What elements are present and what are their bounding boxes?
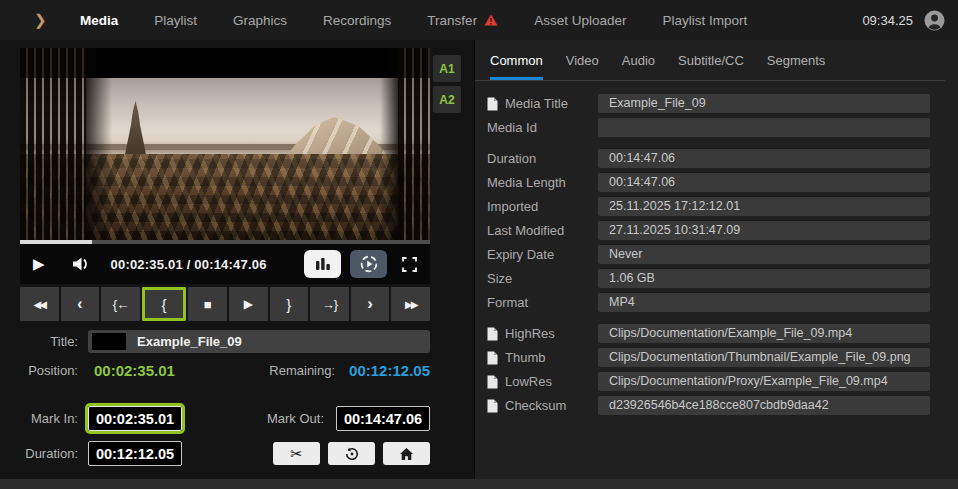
nav-item-label: Recordings (323, 13, 391, 28)
player-timecode: 00:02:35.01 / 00:14:47.06 (111, 257, 267, 272)
duration-field[interactable]: 00:12:12.05 (88, 441, 182, 466)
metadata-panel: CommonVideoAudioSubtitle/CCSegments Medi… (474, 40, 958, 479)
field-label-text: Last Modified (487, 223, 564, 238)
title-row: Title: Example_File_09 (8, 330, 430, 353)
nav-item-label: Playlist (154, 13, 197, 28)
clock: 09:34.25 (862, 13, 913, 28)
warning-icon (484, 14, 498, 26)
field-value-lowres[interactable]: Clips/Documentation/Proxy/Example_File_0… (598, 372, 930, 391)
field-row-media-title: Media TitleExample_File_09 (475, 94, 930, 113)
field-label: Size (475, 271, 598, 286)
field-value-media-id[interactable] (598, 118, 930, 137)
tab-segments[interactable]: Segments (767, 53, 826, 80)
nav-item-label: Graphics (233, 13, 287, 28)
document-icon (487, 375, 498, 389)
set-mark-in-button[interactable]: { (142, 287, 187, 321)
field-row-imported: Imported25.11.2025 17:12:12.01 (475, 197, 930, 216)
nav-item-playlist-import[interactable]: Playlist Import (662, 13, 747, 28)
top-nav: ❯ MediaPlaylistGraphicsRecordingsTransfe… (0, 0, 958, 40)
play-icon[interactable]: ▶ (33, 255, 45, 273)
main-menu: MediaPlaylistGraphicsRecordingsTransfer … (80, 13, 747, 28)
goto-mark-in-button[interactable]: {← (101, 287, 140, 321)
play-button[interactable]: ▶ (229, 287, 268, 321)
field-label-text: Thumb (505, 350, 545, 365)
volume-icon[interactable] (72, 256, 91, 272)
field-row-size: Size1.06 GB (475, 269, 930, 288)
audio-channel-buttons: A1A2 (433, 55, 461, 113)
scissors-icon: ✂ (290, 446, 303, 461)
fullscreen-icon[interactable] (402, 257, 417, 272)
field-label-text: Format (487, 295, 528, 310)
levels-icon (315, 257, 331, 271)
field-value-highres[interactable]: Clips/Documentation/Example_File_09.mp4 (598, 324, 930, 343)
user-icon[interactable] (923, 9, 946, 32)
home-icon (399, 447, 414, 461)
field-label: HighRes (475, 326, 598, 341)
field-label-text: Media Id (487, 120, 537, 135)
field-value-duration[interactable]: 00:14:47.06 (598, 149, 930, 168)
field-label-text: Checksum (505, 398, 566, 413)
field-row-media-length: Media Length00:14:47.06 (475, 173, 930, 192)
field-value-last-modified[interactable]: 27.11.2025 10:31:47.09 (598, 221, 930, 240)
video-preview[interactable] (20, 48, 430, 244)
audio-levels-button[interactable] (304, 250, 341, 278)
home-button[interactable] (383, 442, 430, 465)
position-label: Position: (8, 363, 88, 378)
field-label: Format (475, 295, 598, 310)
field-label: Media Title (475, 96, 598, 111)
fast-rewind-button[interactable]: ◀◀ (20, 287, 59, 321)
field-value-format[interactable]: MP4 (598, 293, 930, 312)
field-value-thumb[interactable]: Clips/Documentation/Thumbnail/Example_Fi… (598, 348, 930, 367)
step-forward-button[interactable]: › (351, 287, 390, 321)
duration-label: Duration: (8, 446, 88, 461)
field-label-text: Expiry Date (487, 247, 554, 262)
step-back-button[interactable]: ‹ (61, 287, 100, 321)
nav-item-recordings[interactable]: Recordings (323, 13, 391, 28)
document-icon (487, 327, 498, 341)
restore-button[interactable] (328, 442, 375, 465)
goto-mark-out-button[interactable]: →} (310, 287, 349, 321)
mark-in-field[interactable]: 00:02:35.01 (88, 406, 182, 431)
mark-out-field[interactable]: 00:14:47.06 (336, 406, 430, 431)
reset-icon (344, 446, 360, 462)
tab-subtitle-cc[interactable]: Subtitle/CC (678, 53, 744, 80)
field-row-expiry-date: Expiry DateNever (475, 245, 930, 264)
field-label: LowRes (475, 374, 598, 389)
nav-item-asset-uploader[interactable]: Asset Uploader (534, 13, 626, 28)
loop-toggle-button[interactable] (350, 250, 387, 278)
field-value-checksum[interactable]: d23926546b4ce188cce807cbdb9daa42 (598, 396, 930, 415)
nav-item-transfer[interactable]: Transfer (427, 13, 498, 28)
title-field[interactable]: Example_File_09 (88, 330, 430, 353)
field-value-expiry-date[interactable]: Never (598, 245, 930, 264)
nav-item-label: Transfer (427, 13, 477, 28)
nav-item-media[interactable]: Media (80, 13, 118, 28)
remaining-label: Remaining: (269, 363, 349, 378)
sidebar-expand-icon[interactable]: ❯ (34, 11, 64, 29)
field-value-media-title[interactable]: Example_File_09 (598, 94, 930, 113)
field-value-size[interactable]: 1.06 GB (598, 269, 930, 288)
field-row-format: FormatMP4 (475, 293, 930, 312)
position-value: 00:02:35.01 (94, 362, 175, 379)
mark-in-label: Mark In: (8, 411, 88, 426)
field-value-imported[interactable]: 25.11.2025 17:12:12.01 (598, 197, 930, 216)
field-row-last-modified: Last Modified27.11.2025 10:31:47.09 (475, 221, 930, 240)
seek-bar[interactable] (20, 240, 430, 244)
field-label: Media Id (475, 120, 598, 135)
duration-row: Duration: 00:12:12.05 ✂ (8, 441, 430, 466)
nav-item-graphics[interactable]: Graphics (233, 13, 287, 28)
transport-bar: ◀◀‹{←{■▶}→}›▶▶ (20, 287, 430, 321)
fast-forward-button[interactable]: ▶▶ (391, 287, 430, 321)
field-label-text: Duration (487, 151, 536, 166)
audio-channel-a2[interactable]: A2 (433, 86, 461, 113)
nav-item-playlist[interactable]: Playlist (154, 13, 197, 28)
tab-video[interactable]: Video (566, 53, 599, 80)
player-controls: ▶ 00:02:35.01 / 00:14:47.06 (20, 244, 430, 284)
tab-common[interactable]: Common (490, 53, 543, 80)
cut-button[interactable]: ✂ (273, 442, 320, 465)
field-value-media-length[interactable]: 00:14:47.06 (598, 173, 930, 192)
set-mark-out-button[interactable]: } (270, 287, 309, 321)
audio-channel-a1[interactable]: A1 (433, 55, 461, 82)
tab-audio[interactable]: Audio (622, 53, 655, 80)
document-icon (487, 399, 498, 413)
stop-button[interactable]: ■ (188, 287, 227, 321)
